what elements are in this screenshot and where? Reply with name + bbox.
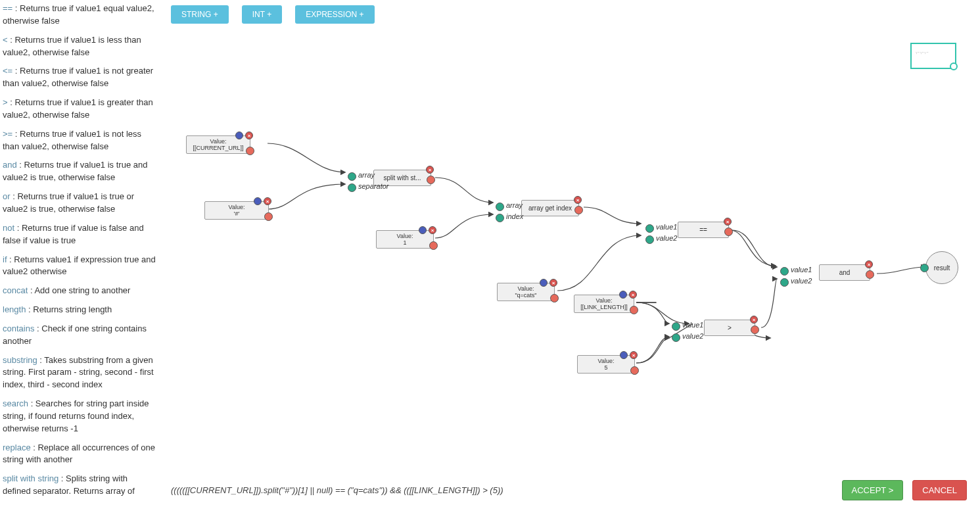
- node-label: result: [934, 264, 950, 272]
- port-label-array: array: [358, 171, 375, 179]
- output-port[interactable]: [427, 176, 435, 184]
- port-label-value2: value2: [791, 277, 812, 285]
- cancel-button[interactable]: CANCEL: [912, 480, 967, 500]
- output-port[interactable]: [264, 212, 273, 221]
- sidebar-item-not[interactable]: not : Returns true if value is false and…: [3, 222, 157, 247]
- sidebar-item-substring[interactable]: substring : Takes substring from a given…: [3, 354, 157, 392]
- input-port-value1[interactable]: [672, 322, 680, 331]
- sidebar-item-gt[interactable]: > : Returns true if value1 is greater th…: [3, 97, 157, 122]
- input-port-value2[interactable]: [645, 235, 654, 244]
- delete-icon[interactable]: ×: [629, 291, 637, 299]
- port-label-separator: separator: [358, 182, 388, 190]
- input-port-separator[interactable]: [348, 183, 356, 192]
- node-eq[interactable]: == × value1 value2: [678, 222, 729, 238]
- port-label-value1: value1: [656, 223, 677, 231]
- node-hash[interactable]: Value: '#' ×: [204, 201, 269, 220]
- node-one[interactable]: Value: 1 ×: [376, 230, 434, 249]
- node-qcats[interactable]: Value: "q=cats" ×: [497, 283, 555, 301]
- delete-icon[interactable]: ×: [724, 218, 732, 226]
- sidebar-item-concat[interactable]: concat : Add one string to another: [3, 285, 157, 297]
- node-and[interactable]: and × value1 value2: [819, 264, 870, 281]
- delete-icon[interactable]: ×: [264, 197, 271, 205]
- edit-icon[interactable]: [619, 291, 627, 299]
- input-port-value2[interactable]: [780, 278, 789, 287]
- port-label-index: index: [506, 212, 523, 220]
- output-port[interactable]: [550, 294, 559, 302]
- sidebar-item-eq[interactable]: == : Returns true if value1 equal value2…: [3, 3, 157, 28]
- node-gt[interactable]: > × value1 value2: [704, 320, 755, 336]
- output-port[interactable]: [724, 228, 733, 236]
- node-value: 5: [582, 364, 630, 371]
- delete-icon[interactable]: ×: [630, 351, 638, 359]
- input-port-value1[interactable]: [780, 267, 789, 276]
- node-value: [[LINK_LENGTH]]: [578, 304, 630, 310]
- footer: ((((([[CURRENT_URL]]).split("#"))[1] || …: [171, 480, 967, 500]
- port-label-value2: value2: [682, 332, 703, 340]
- edit-icon[interactable]: [254, 197, 262, 205]
- input-port-array[interactable]: [348, 172, 356, 181]
- input-port-value1[interactable]: [645, 224, 654, 233]
- port-label-array: array: [506, 201, 523, 209]
- accept-button[interactable]: ACCEPT >: [842, 480, 904, 500]
- sidebar-item-search[interactable]: search : Searches for string part inside…: [3, 398, 157, 435]
- node-split[interactable]: split with st... × array separator: [373, 170, 431, 186]
- node-value: [[CURRENT_URL]]: [191, 145, 246, 151]
- node-label: and: [839, 269, 851, 276]
- edit-icon[interactable]: [235, 132, 243, 139]
- delete-icon[interactable]: ×: [426, 166, 434, 174]
- output-port[interactable]: [866, 270, 874, 279]
- sidebar: == : Returns true if value1 equal value2…: [0, 0, 163, 507]
- node-label: array get index: [528, 205, 572, 212]
- delete-icon[interactable]: ×: [750, 316, 758, 324]
- node-canvas[interactable]: Value: [[CURRENT_URL]] × Value: '#' × sp…: [163, 0, 980, 507]
- input-port-value2[interactable]: [672, 333, 680, 342]
- edit-icon[interactable]: [540, 279, 548, 287]
- port-label-value1: value1: [682, 321, 703, 329]
- node-value: 1: [381, 239, 429, 246]
- sidebar-item-replace[interactable]: replace : Replace all occurrences of one…: [3, 442, 157, 467]
- node-five[interactable]: Value: 5 ×: [577, 355, 635, 374]
- delete-icon[interactable]: ×: [429, 226, 436, 234]
- sidebar-item-lt[interactable]: < : Returns true if value1 is less than …: [3, 34, 157, 59]
- node-result[interactable]: result: [925, 251, 958, 284]
- node-label: >: [728, 324, 732, 331]
- main-canvas: STRING + INT + EXPRESSION + ┐─ ┐─ ┐─: [163, 0, 980, 507]
- output-port[interactable]: [630, 306, 638, 314]
- output-port[interactable]: [429, 241, 438, 250]
- port-label-value1: value1: [791, 266, 812, 274]
- node-link-length[interactable]: Value: [[LINK_LENGTH]] ×: [574, 295, 634, 313]
- node-value: '#': [209, 210, 264, 217]
- sidebar-item-or[interactable]: or : Returns true if value1 is true or v…: [3, 191, 157, 216]
- output-port[interactable]: [574, 206, 583, 214]
- sidebar-item-gte[interactable]: >= : Returns true if value1 is not less …: [3, 128, 157, 153]
- node-value: "q=cats": [502, 292, 550, 299]
- edit-icon[interactable]: [620, 351, 628, 359]
- input-port[interactable]: [920, 264, 929, 272]
- output-port[interactable]: [246, 147, 254, 155]
- delete-icon[interactable]: ×: [865, 260, 873, 268]
- node-label: ==: [699, 226, 707, 233]
- sidebar-item-lte[interactable]: <= : Returns true if value1 is not great…: [3, 65, 157, 90]
- delete-icon[interactable]: ×: [549, 279, 557, 287]
- expression-text: ((((([[CURRENT_URL]]).split("#"))[1] || …: [171, 485, 503, 495]
- node-current-url[interactable]: Value: [[CURRENT_URL]] ×: [186, 135, 250, 154]
- input-port-array[interactable]: [496, 203, 504, 211]
- input-port-index[interactable]: [496, 214, 504, 222]
- output-port[interactable]: [751, 326, 759, 334]
- node-array-get-index[interactable]: array get index × array index: [521, 200, 579, 216]
- sidebar-item-if[interactable]: if : Returns value1 if expression true a…: [3, 254, 157, 279]
- port-label-value2: value2: [656, 234, 677, 242]
- sidebar-item-and[interactable]: and : Returns true if value1 is true and…: [3, 159, 157, 184]
- sidebar-item-split[interactable]: split with string : Splits string with d…: [3, 473, 157, 498]
- output-port[interactable]: [630, 366, 639, 375]
- delete-icon[interactable]: ×: [574, 196, 582, 204]
- node-label: split with st...: [383, 174, 421, 181]
- delete-icon[interactable]: ×: [245, 132, 253, 139]
- sidebar-item-contains[interactable]: contains : Check if one string contains …: [3, 323, 157, 348]
- sidebar-item-length[interactable]: length : Returns string length: [3, 304, 157, 316]
- edit-icon[interactable]: [419, 226, 427, 234]
